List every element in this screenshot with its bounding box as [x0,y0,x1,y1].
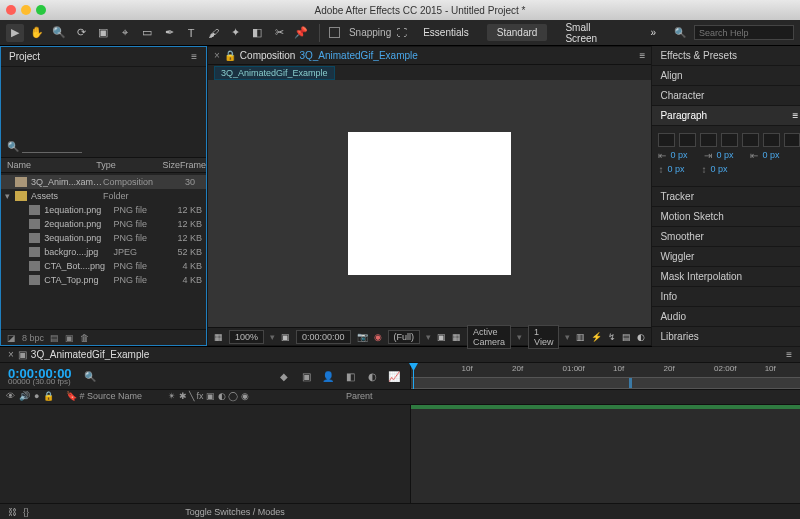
justify-last-left-button[interactable] [721,133,738,147]
workspace-tab-small-screen[interactable]: Small Screen [555,19,632,47]
project-item[interactable]: 3Q_Anim...xampleComposition30 [1,175,206,189]
clone-tool-icon[interactable]: ✦ [226,24,244,42]
col-video-icon[interactable]: 👁 [6,391,15,403]
justify-last-center-button[interactable] [742,133,759,147]
hand-tool-icon[interactable]: ✋ [28,24,46,42]
col-size[interactable]: Size [151,160,180,170]
exposure-reset-icon[interactable]: ◐ [637,332,645,342]
project-item[interactable]: 1equation.pngPNG file12 KB [1,203,206,217]
search-icon[interactable]: 🔍 [674,27,686,38]
workspace-more-button[interactable]: » [640,24,666,41]
new-comp-icon[interactable]: ▣ [65,333,74,343]
col-name[interactable]: Name [7,160,83,170]
puppet-tool-icon[interactable]: 📌 [292,24,310,42]
workspace-tab-essentials[interactable]: Essentials [413,24,479,41]
timeline-search-icon[interactable]: 🔍 [84,371,96,382]
timeline-tab-target-icon[interactable]: ▣ [18,349,27,360]
eraser-tool-icon[interactable]: ◧ [248,24,266,42]
comp-tab-close-icon[interactable]: × [214,50,220,61]
panel-audio[interactable]: Audio [652,307,800,327]
col-parent[interactable]: Parent [346,391,373,401]
project-item[interactable]: CTA_Top.pngPNG file4 KB [1,273,206,287]
preview-time-display[interactable]: 0:00:00:00 [296,330,351,344]
label-swatch[interactable] [29,219,41,229]
frame-blend-icon[interactable]: ◧ [342,368,358,384]
align-right-button[interactable] [700,133,717,147]
draft-3d-icon[interactable]: ▣ [298,368,314,384]
panel-motion-sketch[interactable]: Motion Sketch [652,207,800,227]
zoom-tool-icon[interactable]: 🔍 [50,24,68,42]
selection-tool-icon[interactable]: ▶ [6,24,24,42]
col-source-name[interactable]: Source Name [87,391,142,401]
comp-flowchart-icon[interactable]: ▤ [622,332,631,342]
timeline-panel-menu-icon[interactable]: ≡ [786,349,792,360]
graph-editor-icon[interactable]: 📈 [386,368,402,384]
project-item[interactable]: 2equation.pngPNG file12 KB [1,217,206,231]
timeline-track-area[interactable] [410,405,800,503]
type-tool-icon[interactable]: T [182,24,200,42]
label-swatch[interactable] [29,275,41,285]
roi-icon[interactable]: ▣ [437,332,446,342]
project-column-headers[interactable]: Name Type Size Frame [1,157,206,173]
panel-mask-interpolation[interactable]: Mask Interpolation [652,267,800,287]
snapping-options-icon[interactable]: ⛶ [397,27,407,38]
label-swatch[interactable] [29,247,41,257]
project-item[interactable]: CTA_Bot....pngPNG file4 KB [1,259,206,273]
snapshot-icon[interactable]: 📷 [357,332,368,342]
indent-first-value[interactable]: 0 px [716,150,746,161]
label-swatch[interactable] [15,177,27,187]
panel-wiggler[interactable]: Wiggler [652,247,800,267]
views-dropdown[interactable]: 1 View [528,325,559,349]
project-panel-menu-icon[interactable]: ≡ [191,51,198,62]
timeline-tab-close-icon[interactable]: × [8,349,14,360]
align-center-button[interactable] [679,133,696,147]
camera-tool-icon[interactable]: ▣ [94,24,112,42]
paragraph-menu-icon[interactable]: ≡ [793,110,799,121]
comp-mini-flowchart-icon[interactable]: ◆ [276,368,292,384]
project-item[interactable]: ▾AssetsFolder [1,189,206,203]
col-switches-icons[interactable]: ✴ ✱ ╲ fx ▣ ◐ ◯ ◉ [168,391,249,401]
col-frame[interactable]: Frame [180,160,200,170]
close-window-button[interactable] [6,5,16,15]
timeline-tab-name[interactable]: 3Q_AnimatedGif_Example [31,349,149,360]
col-type[interactable]: Type [96,160,151,170]
pan-behind-tool-icon[interactable]: ⌖ [116,24,134,42]
composition-panel-menu-icon[interactable]: ≡ [640,50,646,61]
timeline-layer-list[interactable] [0,405,410,503]
space-before-value[interactable]: 0 px [667,164,697,175]
rotate-tool-icon[interactable]: ⟳ [72,24,90,42]
snapping-checkbox[interactable] [329,27,340,38]
indent-left-value[interactable]: 0 px [670,150,700,161]
zoom-window-button[interactable] [36,5,46,15]
show-channel-icon[interactable]: ▣ [281,332,290,342]
interpret-footage-icon[interactable]: ◪ [7,333,16,343]
delete-icon[interactable]: 🗑 [80,333,89,343]
toggle-switches-icon[interactable]: {} [23,507,29,517]
indent-right-value[interactable]: 0 px [762,150,792,161]
zoom-dropdown[interactable]: 100% [229,330,264,344]
minimize-window-button[interactable] [21,5,31,15]
col-lock-icon[interactable]: 🔒 [43,391,54,403]
timeline-ruler[interactable]: 10f20f01:00f10f20f02:00f10f [410,363,800,389]
panel-tracker[interactable]: Tracker [652,187,800,207]
search-help-input[interactable] [694,25,794,40]
composition-breadcrumb[interactable]: 3Q_AnimatedGif_Example [214,66,335,80]
panel-info[interactable]: Info [652,287,800,307]
workspace-tab-standard[interactable]: Standard [487,24,548,41]
brush-tool-icon[interactable]: 🖌 [204,24,222,42]
roto-brush-tool-icon[interactable]: ✂ [270,24,288,42]
show-snapshot-icon[interactable]: ◉ [374,332,382,342]
project-search-input[interactable] [22,142,82,153]
pen-tool-icon[interactable]: ✒ [160,24,178,42]
panel-effects-presets[interactable]: Effects & Presets [652,46,800,66]
project-tree[interactable]: 3Q_Anim...xampleComposition30▾AssetsFold… [1,173,206,329]
col-label[interactable] [83,160,96,170]
comp-tab-lock-icon[interactable]: 🔒 [224,50,236,61]
timeline-flowchart-icon[interactable]: ⛓ [8,507,17,517]
timeline-link-icon[interactable]: ↯ [608,332,616,342]
label-swatch[interactable] [29,233,41,243]
panel-libraries[interactable]: Libraries [652,327,800,347]
always-preview-icon[interactable]: ▦ [214,332,223,342]
project-search-icon[interactable]: 🔍 [7,141,19,152]
project-item[interactable]: backgro....jpgJPEG52 KB [1,245,206,259]
